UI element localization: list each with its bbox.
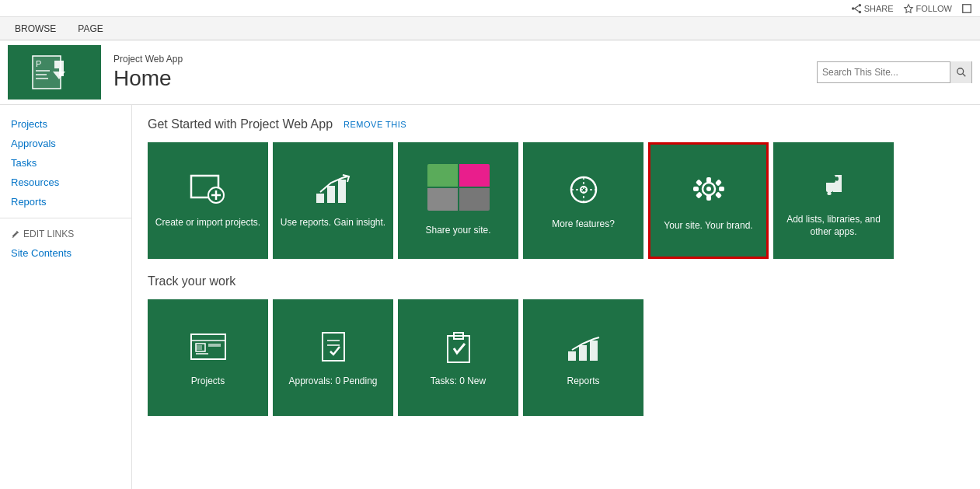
svg-rect-29 [706, 177, 711, 183]
tile-approvals-track-label: Approvals: 0 Pending [284, 375, 382, 388]
tile-create-projects[interactable]: Create or import projects. [148, 142, 268, 259]
follow-icon [903, 3, 914, 14]
svg-rect-41 [196, 345, 202, 350]
features-icon [560, 171, 607, 211]
top-bar: SHARE FOLLOW [0, 0, 980, 17]
get-started-tiles: Create or import projects. Use reports. … [148, 142, 964, 259]
svg-rect-48 [568, 351, 576, 361]
svg-rect-49 [579, 345, 587, 361]
edit-links-label: EDIT LINKS [23, 229, 74, 239]
svg-rect-35 [714, 179, 721, 186]
app-logo-icon: P [31, 53, 78, 92]
share-action[interactable]: SHARE [851, 3, 894, 14]
svg-point-23 [571, 177, 596, 202]
approvals-track-icon [310, 328, 357, 368]
tile-features-label: More features? [547, 218, 619, 231]
share-site-icon [427, 164, 490, 217]
follow-label: FOLLOW [916, 4, 952, 13]
track-work-title: Track your work [148, 274, 964, 288]
brand-icon [685, 169, 732, 212]
tile-apps[interactable]: Add lists, libraries, and other apps. [773, 142, 894, 259]
svg-point-28 [706, 187, 711, 191]
sidebar: Projects Approvals Tasks Resources Repor… [0, 105, 132, 489]
apps-icon [811, 163, 857, 206]
svg-rect-11 [36, 74, 47, 75]
tasks-track-icon [435, 328, 482, 368]
tile-projects-track[interactable]: Projects [148, 299, 268, 416]
svg-rect-40 [208, 344, 221, 347]
svg-rect-6 [963, 4, 971, 12]
search-icon [956, 67, 967, 78]
track-work-tiles: Projects Approvals: 0 Pending [148, 299, 964, 416]
tile-reports-track-label: Reports [562, 375, 604, 388]
svg-rect-43 [323, 333, 344, 361]
svg-point-2 [852, 7, 855, 10]
get-started-header: Get Started with Project Web App REMOVE … [148, 117, 964, 131]
svg-point-0 [858, 3, 861, 6]
page-title: Home [113, 66, 817, 91]
svg-point-1 [858, 10, 861, 13]
follow-action[interactable]: FOLLOW [903, 3, 952, 14]
svg-text:P: P [36, 59, 41, 68]
tile-share-label: Share your site. [420, 225, 495, 237]
svg-rect-21 [327, 186, 335, 203]
window-action[interactable] [961, 3, 972, 14]
sidebar-divider [0, 218, 131, 218]
svg-rect-12 [36, 78, 48, 79]
tab-browse[interactable]: BROWSE [5, 19, 66, 37]
svg-rect-32 [719, 187, 724, 191]
svg-rect-20 [316, 194, 324, 203]
tile-reports-track[interactable]: Reports [523, 299, 643, 416]
sidebar-item-reports[interactable]: Reports [0, 192, 131, 211]
main-layout: Projects Approvals Tasks Resources Repor… [0, 105, 980, 489]
svg-rect-50 [590, 341, 598, 361]
sidebar-item-approvals[interactable]: Approvals [0, 134, 131, 153]
tile-projects-track-label: Projects [187, 375, 229, 388]
tile-brand[interactable]: Your site. Your brand. [648, 142, 769, 259]
tile-features[interactable]: More features? [523, 142, 643, 259]
site-logo: P [8, 45, 101, 100]
create-icon [185, 172, 232, 209]
tile-reports[interactable]: Use reports. Gain insight. [273, 142, 393, 259]
edit-icon [11, 229, 20, 239]
tile-share[interactable]: Share your site. [398, 142, 518, 259]
svg-line-3 [854, 5, 858, 9]
svg-line-14 [962, 74, 965, 77]
tile-brand-label: Your site. Your brand. [659, 220, 757, 232]
tile-apps-label: Add lists, libraries, and other apps. [773, 214, 894, 238]
sidebar-item-tasks[interactable]: Tasks [0, 153, 131, 173]
search-input[interactable] [818, 62, 950, 82]
svg-rect-22 [338, 180, 346, 203]
sidebar-item-resources[interactable]: Resources [0, 173, 131, 192]
remove-this-link[interactable]: REMOVE THIS [344, 120, 406, 129]
tile-tasks-track-label: Tasks: 0 New [426, 375, 490, 388]
site-title-block: Project Web App Home [113, 54, 817, 91]
tile-create-label: Create or import projects. [151, 217, 265, 229]
sidebar-item-site-contents[interactable]: Site Contents [0, 243, 131, 263]
svg-rect-10 [36, 70, 50, 72]
share-icon [851, 3, 862, 14]
share-grid [427, 164, 490, 211]
share-label: SHARE [864, 4, 894, 13]
content-area: Get Started with Project Web App REMOVE … [132, 105, 980, 489]
svg-rect-30 [706, 195, 711, 201]
tile-tasks-track[interactable]: Tasks: 0 New [398, 299, 518, 416]
window-icon [961, 3, 972, 14]
tab-page[interactable]: PAGE [68, 19, 113, 37]
search-button[interactable] [950, 61, 971, 83]
svg-rect-36 [695, 191, 702, 198]
tile-reports-label: Use reports. Gain insight. [276, 217, 390, 229]
tile-approvals-track[interactable]: Approvals: 0 Pending [273, 299, 393, 416]
svg-line-4 [854, 9, 858, 12]
svg-rect-46 [448, 336, 469, 362]
reports-icon [310, 172, 357, 209]
svg-point-13 [957, 68, 963, 75]
site-subtitle: Project Web App [113, 54, 817, 65]
svg-rect-33 [695, 179, 702, 186]
sidebar-item-projects[interactable]: Projects [0, 114, 131, 134]
projects-track-icon [185, 328, 232, 368]
edit-links[interactable]: EDIT LINKS [0, 225, 131, 243]
get-started-title: Get Started with Project Web App [148, 117, 333, 131]
nav-tabs: BROWSE PAGE [0, 17, 980, 40]
search-box [817, 61, 972, 83]
